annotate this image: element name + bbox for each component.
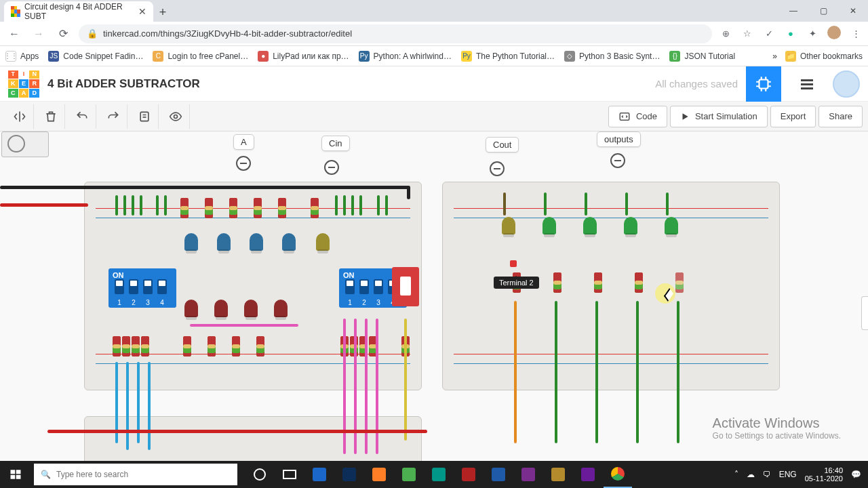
share-button[interactable]: Share [818,106,863,127]
apps-button[interactable]: ⋮⋮Apps [5,51,39,62]
led-red[interactable] [274,300,288,317]
user-avatar[interactable] [833,70,860,98]
resistor[interactable] [132,336,140,357]
taskbar-app[interactable] [335,461,363,488]
wire[interactable] [351,195,354,216]
list-view-button[interactable] [789,66,825,102]
bookmark[interactable]: CLogin to free cPanel… [153,51,248,62]
wire[interactable] [407,186,410,199]
extensions-icon[interactable]: ✦ [806,28,819,39]
wire[interactable] [0,186,410,189]
bookmark[interactable]: ◇Python 3 Basic Synt… [564,51,660,62]
export-button[interactable]: Export [770,106,816,127]
taskbar-app[interactable] [365,461,393,488]
new-tab-button[interactable]: + [153,3,172,22]
wire[interactable] [595,301,598,443]
taskbar-app[interactable] [514,461,542,488]
star-icon[interactable]: ☆ [741,28,754,39]
resistor[interactable] [635,272,643,293]
cortana-icon[interactable] [245,461,274,488]
taskbar-app[interactable] [305,461,334,488]
resistor[interactable] [180,198,189,218]
resistor[interactable] [256,336,264,357]
minimize-window-button[interactable]: — [778,0,808,22]
notes-button[interactable] [130,104,159,129]
taskbar-app[interactable] [425,461,453,488]
slide-switch[interactable] [392,267,419,306]
note-handle[interactable] [236,156,251,171]
start-button[interactable] [0,461,31,488]
wire[interactable] [376,319,378,454]
redo-button[interactable] [99,104,127,129]
note-label-cout[interactable]: Cout [486,137,519,152]
component-thumbnail[interactable] [1,131,49,157]
resistor[interactable] [208,336,216,357]
check-icon[interactable]: ✓ [762,28,776,39]
address-bar[interactable]: 🔒 tinkercad.com/things/3ZiugKDvyHb-4-bit… [79,24,712,43]
wire[interactable] [625,192,628,216]
taskbar-search[interactable]: 🔍 Type here to search [34,464,237,485]
led-green[interactable] [624,217,637,235]
onedrive-icon[interactable]: ☁ [747,470,755,479]
resistor[interactable] [229,198,237,218]
led-blue[interactable] [217,233,231,251]
start-simulation-button[interactable]: Start Simulation [670,106,768,127]
led-green[interactable] [665,217,678,235]
wire[interactable] [385,195,388,216]
zoom-icon[interactable]: ⊕ [719,28,732,39]
wire[interactable] [343,319,346,454]
wire[interactable] [343,195,346,216]
note-label-cin[interactable]: Cin [321,136,350,151]
taskbar-app[interactable] [395,461,423,488]
dip-switch-4[interactable]: ON 1234 [108,268,176,308]
terminal-pin[interactable] [510,260,517,267]
wire[interactable] [123,195,126,216]
wire[interactable] [514,301,517,443]
wire[interactable] [190,324,298,327]
wire[interactable] [0,203,88,207]
resistor[interactable] [594,272,602,293]
components-view-button[interactable] [746,66,781,102]
meet-now-icon[interactable]: 🗨 [763,470,771,479]
wire[interactable] [132,195,134,216]
wire[interactable] [115,195,118,216]
resistor[interactable] [553,272,561,293]
close-tab-icon[interactable]: ✕ [138,6,146,17]
wire[interactable] [544,192,547,216]
wire[interactable] [335,195,338,216]
led-green[interactable] [542,217,556,235]
resistor[interactable] [113,336,121,357]
wire[interactable] [377,195,380,216]
visibility-button[interactable] [161,104,190,129]
breadboard-bottom[interactable] [84,416,422,461]
design-canvas[interactable]: A Cin Cout outputs B [0,131,868,461]
resistor[interactable] [232,336,240,357]
wire[interactable] [359,195,362,216]
bookmark[interactable]: JSCode Snippet Fadin… [48,51,143,62]
led-yellow[interactable] [316,233,330,251]
tinkercad-logo[interactable]: TINKERCAD [8,70,39,98]
resistor[interactable] [205,198,213,218]
bookmark[interactable]: PyPython: A whirlwind… [359,51,452,62]
led-red[interactable] [184,300,198,317]
bookmark[interactable]: ●LilyPad или как пр… [258,51,349,62]
bookmark[interactable]: {}JSON Tutorial [669,51,735,62]
led-blue[interactable] [282,233,296,251]
taskbar-app[interactable] [574,461,602,488]
resistor[interactable] [183,336,191,357]
note-handle[interactable] [490,161,505,176]
wire[interactable] [47,430,427,433]
code-button[interactable]: Code [608,106,667,127]
close-window-button[interactable]: ✕ [838,0,868,22]
wire[interactable] [148,362,151,450]
wire[interactable] [156,195,159,216]
note-label-a[interactable]: A [233,134,254,150]
resistor[interactable] [122,336,130,357]
chrome-menu-icon[interactable]: ⋮ [849,28,863,39]
wire[interactable] [365,319,368,454]
note-handle[interactable] [610,153,625,168]
project-title[interactable]: 4 Bit ADDER SUBTRACTOR [47,77,200,91]
reload-button[interactable]: ⟳ [54,25,72,43]
resistor[interactable] [675,272,684,293]
taskbar-app-chrome[interactable] [604,461,632,488]
